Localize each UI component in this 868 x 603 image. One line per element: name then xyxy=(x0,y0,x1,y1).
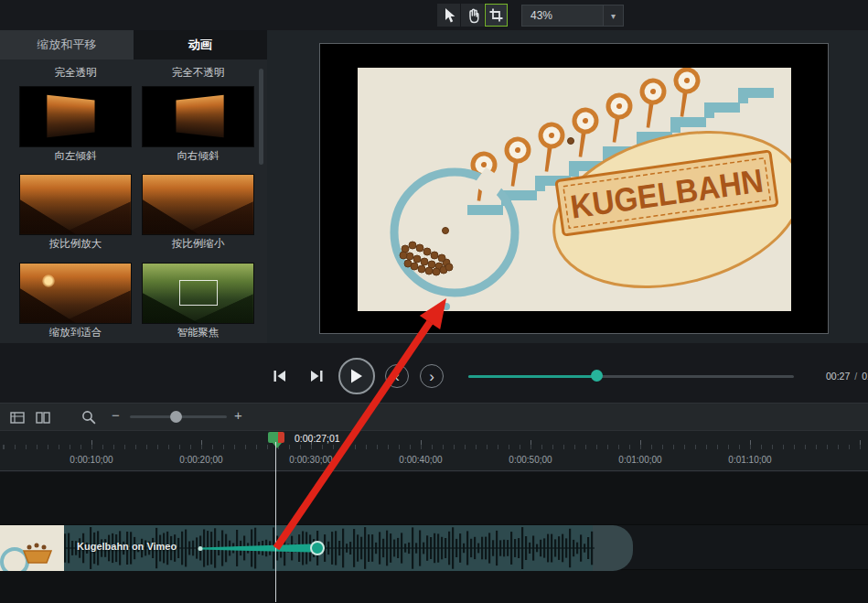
preset-label: 完全透明 xyxy=(20,66,131,80)
preset-label: 按比例放大 xyxy=(20,237,131,251)
timeline-tracks: Kugelbahn on Vimeo xyxy=(0,472,868,603)
preset-thumbnail xyxy=(20,264,131,323)
ruler-minor-ticks xyxy=(0,445,868,449)
ruler-tick-label: 0:00:10;00 xyxy=(70,455,113,465)
preset-item-tilt-right[interactable]: 向右倾斜 xyxy=(143,87,253,163)
previous-frame-icon xyxy=(273,370,287,382)
play-icon xyxy=(350,369,363,383)
split-view-button[interactable] xyxy=(35,409,51,425)
video-frame[interactable]: KUGELBAHN xyxy=(358,68,791,311)
hand-icon xyxy=(465,7,481,24)
track-tools-icon xyxy=(10,411,25,425)
tab-zoom-n-pan[interactable]: 缩放和平移 xyxy=(0,30,134,59)
preset-label: 智能聚焦 xyxy=(143,326,253,339)
ruler-tick-label: 0:00:30;00 xyxy=(289,455,332,465)
previous-frame-button[interactable] xyxy=(271,369,289,383)
timeline-zoom-button[interactable] xyxy=(80,409,97,425)
cursor-icon xyxy=(442,7,456,24)
seek-slider-fill xyxy=(468,375,596,378)
preset-label: 缩放到适合 xyxy=(20,326,131,339)
media-clip[interactable]: Kugelbahn on Vimeo xyxy=(0,525,593,571)
zoom-out-button[interactable]: − xyxy=(112,407,120,423)
preset-item-fully-opaque[interactable]: 完全不透明 xyxy=(143,63,253,80)
animation-indicator[interactable] xyxy=(196,525,333,571)
preset-label: 向左倾斜 xyxy=(20,149,131,163)
teal-dot xyxy=(443,303,450,310)
next-frame-button[interactable] xyxy=(307,369,326,383)
preset-thumbnail xyxy=(143,175,253,234)
preset-label: 完全不透明 xyxy=(143,66,253,80)
ruler-tick-label: 0:01:10;00 xyxy=(728,455,771,465)
timeline-ruler[interactable]: 0:00:00 0:00:10;00 0:00:20;00 0:00:30;00… xyxy=(0,430,868,471)
previous-animation-button[interactable]: ‹ xyxy=(385,364,409,388)
next-frame-icon xyxy=(309,370,324,382)
crop-tool-button[interactable] xyxy=(485,4,508,27)
crop-icon xyxy=(488,7,504,23)
next-animation-button[interactable]: › xyxy=(420,364,444,388)
clip-thumbnail xyxy=(0,525,64,571)
panel-tabs: 缩放和平移 动画 xyxy=(0,30,267,59)
preset-thumbnail xyxy=(20,175,131,234)
panel-scrollbar[interactable] xyxy=(259,69,263,165)
select-tool-button[interactable] xyxy=(437,4,460,27)
canvas-tools xyxy=(437,4,508,27)
zoom-level-dropdown[interactable]: 43% ▾ xyxy=(521,5,624,27)
split-view-icon xyxy=(36,411,50,425)
zoom-in-button[interactable]: + xyxy=(234,407,242,423)
ruler-tick-label: 0:00:20;00 xyxy=(179,455,222,465)
preview-stage: KUGELBAHN xyxy=(319,43,829,334)
playhead-time-label: 0:00:27;01 xyxy=(295,433,340,444)
clip-title: Kugelbahn on Vimeo xyxy=(77,541,177,552)
preset-label: 向右倾斜 xyxy=(143,149,253,163)
timecode-current: 00:27 xyxy=(826,371,850,382)
canvas-area: KUGELBAHN xyxy=(267,30,868,343)
clip-end-cap xyxy=(593,525,633,571)
timecode-separator: / xyxy=(854,371,857,382)
playhead-line[interactable] xyxy=(275,442,276,602)
timeline-toolbar: − + xyxy=(0,403,868,430)
ruler-tick-label: 0:00:50;00 xyxy=(509,455,552,465)
preset-item-smart-focus[interactable]: 智能聚焦 xyxy=(143,264,253,339)
timeline-zoom-knob[interactable] xyxy=(170,411,182,423)
timecode-total: 01: xyxy=(862,371,868,382)
preset-thumbnail xyxy=(20,87,131,146)
playhead-in-handle[interactable] xyxy=(268,432,278,443)
preset-item-scale-to-fit[interactable]: 缩放到适合 xyxy=(20,264,131,339)
preset-item-scale-up[interactable]: 按比例放大 xyxy=(20,175,131,251)
preset-item-fully-transparent[interactable]: 完全透明 xyxy=(20,63,131,80)
preset-label: 按比例缩小 xyxy=(143,237,253,251)
ruler-tick-label: 0:01:00;00 xyxy=(618,455,661,465)
preset-item-scale-down[interactable]: 按比例缩小 xyxy=(143,175,253,251)
app-window: 43% ▾ 缩放和平移 动画 完全透明 完全不透明 向左倾斜 向右倾斜 按比例放… xyxy=(0,0,868,603)
playhead-out-handle[interactable] xyxy=(278,432,284,443)
preset-thumbnail xyxy=(143,87,253,146)
playhead-handle[interactable] xyxy=(268,432,284,443)
track-tools-button[interactable] xyxy=(9,409,26,425)
seek-slider-knob[interactable] xyxy=(591,370,603,382)
playback-controls: ‹ › 00:27/01: xyxy=(0,343,868,403)
tab-animations[interactable]: 动画 xyxy=(134,30,267,59)
preset-thumbnail xyxy=(143,264,253,323)
preset-item-tilt-left[interactable]: 向左倾斜 xyxy=(20,87,131,163)
seek-slider[interactable] xyxy=(468,375,794,378)
pan-tool-button[interactable] xyxy=(461,4,484,27)
animations-panel: 缩放和平移 动画 完全透明 完全不透明 向左倾斜 向右倾斜 按比例放大 按比例缩… xyxy=(0,30,267,343)
playhead-stem xyxy=(273,443,282,448)
chevron-right-icon: › xyxy=(429,369,434,384)
top-toolbar: 43% ▾ xyxy=(0,0,868,30)
zoom-level-value: 43% xyxy=(522,9,603,22)
play-button[interactable] xyxy=(338,358,375,394)
kugelbahn-illustration: KUGELBAHN xyxy=(358,68,791,311)
track-lane-1: Kugelbahn on Vimeo xyxy=(0,524,868,570)
timecode: 00:27/01: xyxy=(826,371,868,382)
chevron-down-icon[interactable]: ▾ xyxy=(603,5,623,26)
ruler-tick-label: 0:00:40;00 xyxy=(399,455,442,465)
chevron-left-icon: ‹ xyxy=(394,369,400,384)
magnifier-icon xyxy=(81,410,96,425)
